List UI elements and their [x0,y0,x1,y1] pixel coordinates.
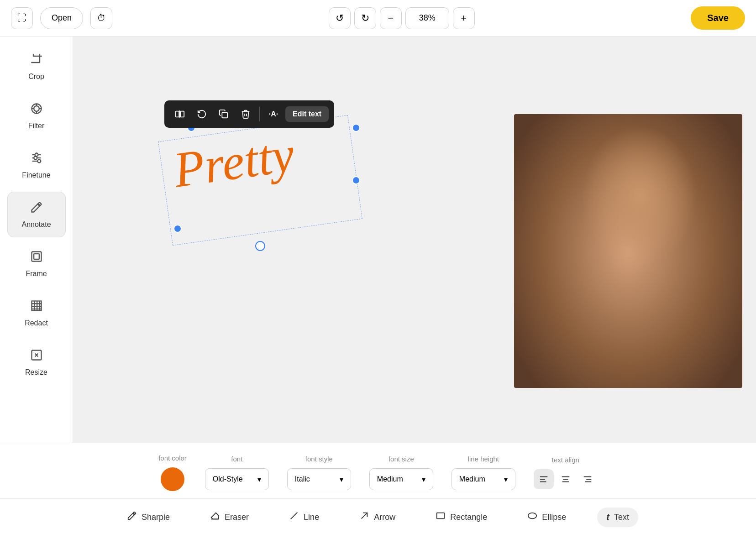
font-select[interactable]: Old-Style ▾ [205,468,269,490]
font-style-select[interactable]: Italic ▾ [287,468,351,490]
open-button[interactable]: Open [40,7,83,29]
align-center-button[interactable] [556,469,576,489]
header-center: ↺ ↻ − 38% + [329,7,475,29]
frame-icon [30,250,43,266]
line-height-group: line height Medium ▾ [452,455,515,490]
sidebar-item-redact[interactable]: Redact [7,290,66,336]
sidebar-item-resize[interactable]: Resize [7,340,66,385]
tools-bar: Sharpie Eraser Line [0,498,756,534]
svg-rect-26 [181,111,184,117]
sidebar-item-frame[interactable]: Frame [7,241,66,287]
line-height-chevron-icon: ▾ [504,475,508,484]
annotate-icon [30,201,43,217]
sidebar: Crop Filter [0,37,73,443]
svg-point-14 [37,159,41,162]
text-tool-icon: t [606,512,609,523]
svg-point-11 [34,156,37,159]
font-size-chevron-icon: ▾ [422,475,425,484]
header: ⛶ Open ⏱ ↺ ↻ − 38% + Save [0,0,756,37]
finetune-icon [30,152,43,168]
zoom-out-button[interactable]: − [380,7,402,29]
handle-bottom-left[interactable] [173,225,182,233]
ellipse-label: Ellipse [542,513,566,522]
redo-icon: ↻ [361,12,369,24]
handle-mid-right[interactable] [352,176,360,184]
zoom-in-icon: + [461,12,467,24]
redact-label: Redact [25,319,48,327]
font-size-select[interactable]: Medium ▾ [369,468,433,490]
redo-button[interactable]: ↻ [354,7,376,29]
font-color-swatch[interactable] [161,467,184,491]
frame-label: Frame [26,270,47,278]
tool-rectangle[interactable]: Rectangle [426,506,496,528]
rotate-ccw-button[interactable] [192,104,212,124]
tool-ellipse[interactable]: Ellipse [518,506,575,528]
handle-rotate[interactable] [255,241,265,251]
annotation-toolbar: ·A· Edit text [164,100,334,128]
rectangle-icon [436,511,446,524]
align-buttons [534,469,598,489]
ellipse-icon [527,511,537,524]
filter-label: Filter [28,122,45,130]
annotate-label: Annotate [21,220,51,229]
canvas-area[interactable]: ·A· Edit text Pretty [73,37,756,443]
crop-icon [30,53,43,69]
arrow-icon [359,511,369,524]
duplicate-button[interactable] [214,104,234,124]
delete-button[interactable] [236,104,256,124]
history-icon: ⏱ [97,13,106,23]
expand-button[interactable]: ⛶ [11,7,33,29]
line-height-select[interactable]: Medium ▾ [452,468,515,490]
tool-eraser[interactable]: Eraser [201,506,258,528]
font-color-label: font color [158,454,187,462]
svg-rect-15 [31,251,41,261]
sidebar-item-annotate[interactable]: Annotate [7,192,66,237]
font-chevron-icon: ▾ [257,475,261,484]
undo-button[interactable]: ↺ [329,7,351,29]
tool-arrow[interactable]: Arrow [350,506,404,528]
redact-icon [30,299,43,315]
history-button[interactable]: ⏱ [90,7,112,29]
text-style-button[interactable]: ·A· [263,104,284,124]
photo-inner [514,114,742,388]
zoom-in-button[interactable]: + [453,7,475,29]
eraser-icon [210,511,220,524]
edit-text-button[interactable]: Edit text [285,106,329,122]
zoom-display: 38% [405,7,449,29]
crop-label: Crop [28,73,44,81]
save-button[interactable]: Save [691,6,745,30]
font-style-label: font style [305,455,333,463]
tool-sharpie[interactable]: Sharpie [118,506,179,528]
tool-line[interactable]: Line [280,506,328,528]
font-style-group: font style Italic ▾ [287,455,351,490]
finetune-label: Finetune [22,171,50,179]
resize-icon [30,349,43,365]
font-size-label: font size [388,455,414,463]
resize-label: Resize [25,368,47,377]
toolbar-separator [259,107,260,121]
flip-button[interactable] [170,104,190,124]
svg-rect-41 [437,513,445,519]
sidebar-item-crop[interactable]: Crop [7,44,66,89]
main-area: Crop Filter [0,37,756,443]
bottom-panel: font color font Old-Style ▾ font style I… [0,443,756,534]
handle-top-right[interactable] [352,124,360,132]
sidebar-item-finetune[interactable]: Finetune [7,142,66,188]
line-height-label: line height [468,455,499,463]
svg-point-42 [528,513,536,519]
align-left-button[interactable] [534,469,554,489]
font-label: font [231,455,242,463]
align-right-button[interactable] [578,469,598,489]
header-left: ⛶ Open ⏱ [11,7,112,29]
expand-icon: ⛶ [17,13,26,23]
text-element[interactable]: Pretty [164,128,356,233]
sidebar-item-filter[interactable]: Filter [7,93,66,139]
undo-icon: ↺ [336,12,344,24]
text-label: Text [614,513,629,522]
sharpie-label: Sharpie [142,513,170,522]
line-label: Line [304,513,319,522]
properties-bar: font color font Old-Style ▾ font style I… [0,443,756,498]
font-size-group: font size Medium ▾ [369,455,433,490]
font-color-group: font color [158,454,187,491]
tool-text[interactable]: t Text [597,508,638,527]
